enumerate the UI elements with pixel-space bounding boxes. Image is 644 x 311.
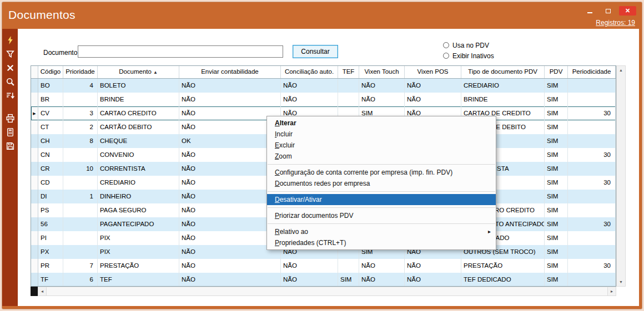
- consultar-button[interactable]: Consultar: [293, 45, 338, 58]
- cell-vtouch: NÃO: [359, 93, 405, 106]
- radio-usa-no-pdv[interactable]: Usa no PDV: [443, 40, 494, 50]
- column-header-codigo[interactable]: Código: [38, 66, 63, 78]
- menu-item-excluir[interactable]: Excluir: [267, 140, 496, 151]
- cell-documento: PIX: [98, 231, 179, 245]
- column-header-vtouch[interactable]: Vixen Touch: [359, 66, 405, 78]
- column-header-conciliacao[interactable]: Conciliação auto.: [281, 66, 338, 78]
- radio-unchecked-icon: [443, 42, 449, 48]
- menu-item-relativo-ao[interactable]: Relativo ao▸: [267, 226, 496, 237]
- table-row[interactable]: PR7PRESTAÇÃONÃONÃONÃONÃOPRESTAÇÃOSIM30: [31, 259, 616, 273]
- print-button[interactable]: [3, 112, 17, 124]
- filter-button[interactable]: [3, 48, 17, 60]
- cell-documento: CARTAO CREDITO: [98, 106, 179, 120]
- menu-separator: [268, 207, 495, 208]
- menu-item-configuracao-conta-corrente[interactable]: Configuração de conta corrente por empre…: [267, 167, 496, 178]
- cell-vtouch: NÃO: [359, 79, 405, 93]
- cell-prioridade: [63, 217, 98, 231]
- cell-tef: SIM: [338, 273, 359, 287]
- close-button[interactable]: ✕: [619, 6, 636, 16]
- cell-pdv: SIM: [545, 134, 568, 148]
- menu-item-alterar[interactable]: Alterar: [267, 118, 496, 129]
- cell-documento: DINHEIRO: [98, 190, 179, 203]
- menu-item-propriedades[interactable]: Propriedades (CTRL+T): [267, 237, 496, 248]
- radio-exibir-inativos[interactable]: Exibir Inativos: [443, 50, 494, 61]
- menu-item-label: Relativo ao: [275, 226, 482, 237]
- cell-enviar: NÃO: [179, 93, 281, 106]
- cell-documento: CREDIARIO: [98, 176, 179, 190]
- save-button[interactable]: [3, 140, 17, 152]
- printer-icon: [6, 114, 15, 123]
- cell-codigo: PX: [38, 245, 63, 259]
- cell-prioridade: 10: [63, 162, 98, 176]
- cell-documento: TEF: [98, 273, 179, 287]
- cell-period: [568, 120, 616, 134]
- column-header-vpos[interactable]: Vixen POS: [405, 66, 461, 78]
- refresh-button[interactable]: [3, 34, 17, 46]
- cell-tef: [338, 93, 359, 106]
- registros-link[interactable]: Registros: 19: [596, 19, 635, 27]
- menu-item-priorizar-documentos-pdv[interactable]: Priorizar documentos PDV: [267, 210, 496, 221]
- scroll-down-icon[interactable]: ▼: [617, 278, 625, 286]
- maximize-button[interactable]: [601, 6, 615, 16]
- cell-pdv: SIM: [545, 259, 568, 273]
- zoom-button[interactable]: [3, 75, 17, 88]
- row-indicator: [31, 120, 38, 134]
- menu-separator: [268, 164, 495, 165]
- cell-enviar: NÃO: [179, 259, 281, 273]
- cell-prioridade: [63, 93, 98, 106]
- column-header-enviar[interactable]: Enviar contabilidade: [179, 66, 281, 78]
- cell-period: 30: [568, 106, 616, 120]
- radio-exibir-inativos-label: Exibir Inativos: [452, 52, 494, 60]
- minimize-icon: [587, 12, 592, 13]
- cell-period: [568, 203, 616, 217]
- cell-codigo: 56: [38, 217, 63, 231]
- menu-item-label: Excluir: [275, 140, 482, 151]
- cell-period: 30: [568, 176, 616, 190]
- cell-prioridade: [63, 231, 98, 245]
- scroll-right-icon[interactable]: ▸: [607, 287, 616, 296]
- cell-tipo: CREDIARIO: [461, 79, 545, 93]
- horizontal-scrollbar[interactable]: ◂ ▸: [31, 287, 616, 296]
- column-header-tef[interactable]: TEF: [338, 66, 359, 78]
- row-indicator: [31, 231, 38, 245]
- lightning-icon: [6, 35, 15, 45]
- cell-codigo: BR: [38, 93, 63, 106]
- cell-codigo: PI: [38, 231, 63, 245]
- vertical-scrollbar[interactable]: ▲ ▼: [616, 65, 626, 287]
- column-header-pdv[interactable]: PDV: [545, 66, 568, 78]
- column-header-documento[interactable]: Documento▲: [98, 66, 179, 78]
- scroll-left-icon[interactable]: ◂: [38, 287, 47, 296]
- column-header-tipo[interactable]: Tipo de documento PDV: [461, 66, 545, 78]
- sort-button[interactable]: [3, 89, 17, 101]
- table-row[interactable]: BRBRINDENÃONÃONÃONÃOBRINDESIM: [31, 93, 616, 106]
- menu-item-desativar-ativar[interactable]: Desativar/Ativar: [267, 194, 496, 205]
- cell-prioridade: 4: [63, 79, 98, 93]
- cell-conciliacao: NÃO: [281, 259, 338, 273]
- table-row[interactable]: BO4BOLETONÃONÃONÃONÃOCREDIARIOSIM: [31, 79, 616, 93]
- cell-prioridade: 6: [63, 273, 98, 287]
- horizontal-scroll-track[interactable]: [47, 287, 607, 296]
- menu-item-zoom[interactable]: Zoom: [267, 151, 496, 162]
- menu-item-incluir[interactable]: Incluir: [267, 129, 496, 140]
- cell-documento: PRESTAÇÃO: [98, 259, 179, 273]
- cell-vtouch: NÃO: [359, 273, 405, 287]
- cell-pdv: SIM: [545, 203, 568, 217]
- column-header-period[interactable]: Periodicidade: [568, 66, 616, 78]
- documento-input[interactable]: [78, 45, 283, 58]
- cell-enviar: NÃO: [179, 231, 281, 245]
- scroll-up-icon[interactable]: ▲: [617, 66, 625, 74]
- clear-filter-button[interactable]: [3, 62, 17, 74]
- menu-item-label: Propriedades (CTRL+T): [275, 237, 482, 248]
- row-indicator: [31, 190, 38, 203]
- minimize-button[interactable]: [582, 6, 597, 16]
- radio-unchecked-icon: [443, 53, 449, 59]
- column-header-prioridade[interactable]: Prioridade: [63, 66, 98, 78]
- menu-item-documentos-redes-empresa[interactable]: Documentos redes por empresa: [267, 178, 496, 189]
- calculator-button[interactable]: [3, 126, 17, 138]
- row-indicator: [31, 162, 38, 176]
- titlebar[interactable]: Documentos ✕ Registros: 19: [2, 2, 642, 29]
- cell-vpos: NÃO: [405, 93, 461, 106]
- cell-pdv: SIM: [545, 190, 568, 203]
- cell-tipo: PRESTAÇÃO: [461, 259, 545, 273]
- table-row[interactable]: TF6TEFNÃONÃOSIMNÃONÃOTEF DEDICADOSIM: [31, 273, 616, 287]
